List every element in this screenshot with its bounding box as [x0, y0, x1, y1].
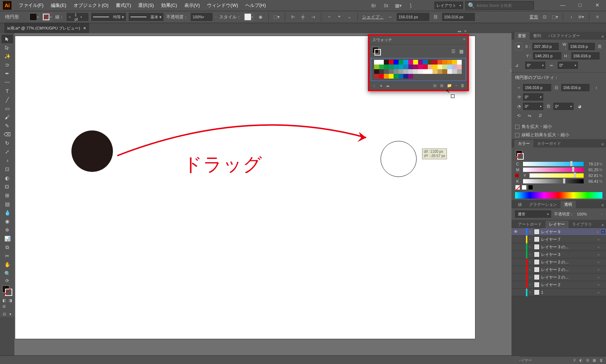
new-folder-icon[interactable]: 📁 [447, 83, 452, 88]
rotate-tool[interactable]: ↻ [1, 139, 13, 147]
swatch-cell[interactable] [389, 65, 394, 69]
visibility-toggle[interactable]: 👁 [511, 229, 520, 234]
menu-file[interactable]: ファイル(F) [15, 2, 47, 9]
gradient-tab[interactable]: グラデーション [526, 201, 561, 208]
prop-angle-input[interactable]: 0°▾ [523, 93, 543, 101]
swatch-cell[interactable] [457, 69, 462, 74]
brush-definition[interactable]: 基本▾ [129, 13, 163, 21]
color-panel-menu-icon[interactable]: ≡ [600, 141, 606, 147]
recolor-icon[interactable]: ◉ [257, 13, 264, 21]
screen-mode2-icon[interactable]: ▾ [7, 311, 13, 317]
swatch-cell[interactable] [399, 69, 404, 74]
constrain-wh-icon[interactable]: ⛓̸ [597, 44, 602, 49]
swatch-cloud-icon[interactable]: ☁ [386, 83, 390, 88]
align-center-v-icon[interactable]: ⫩ [336, 13, 343, 21]
layers-menu-icon[interactable]: ≡ [600, 222, 606, 228]
swatch-cell[interactable] [394, 74, 399, 79]
swatch-cell[interactable] [457, 60, 462, 65]
white-swatch[interactable] [522, 185, 527, 190]
layer-row[interactable]: › レイヤー 3 ○ [511, 251, 606, 258]
expand-layer-icon[interactable]: › [527, 283, 532, 287]
toggle-fill-stroke[interactable]: ⟳ [1, 278, 13, 284]
swatch-cell[interactable] [379, 69, 384, 74]
layers-list[interactable]: 👁 › レイヤー 9 ○ › レイヤー 7 ○ › レイヤー 3 の... ○ … [511, 228, 606, 356]
menu-effect[interactable]: 効果(C) [158, 2, 181, 9]
menu-window[interactable]: ウィンドウ(W) [203, 2, 242, 9]
align-tab[interactable]: 整列 [530, 32, 545, 40]
brush-tool[interactable]: 🖌 [1, 113, 13, 121]
swatch-cell[interactable] [423, 65, 428, 69]
menu-help[interactable]: ヘルプ(H) [242, 2, 269, 9]
target-icon[interactable]: ○ [597, 275, 602, 279]
swatch-cell[interactable] [442, 65, 447, 69]
new-layer-icon[interactable]: ▦ [593, 358, 596, 362]
grid-view-icon[interactable]: ▦ [458, 48, 465, 54]
swatch-cell[interactable] [447, 69, 452, 74]
expand-layer-icon[interactable]: › [527, 253, 532, 256]
swatch-cell[interactable] [399, 65, 404, 69]
pathfinder-tab[interactable]: パスファインダー [545, 32, 584, 40]
symbol-sprayer-tool[interactable]: ✲ [1, 226, 13, 234]
edit-contents-icon[interactable]: ⬚▾ [551, 13, 558, 21]
constrain-icon[interactable]: ⛓ [432, 13, 439, 21]
swatch-cell[interactable] [389, 69, 394, 74]
layer-row[interactable]: › レイヤー 7 ○ [511, 236, 606, 243]
swatch-cell[interactable] [438, 65, 443, 69]
swatch-cell[interactable] [403, 60, 408, 65]
swatch-cell[interactable] [389, 60, 394, 65]
target-icon[interactable]: ○ [597, 290, 602, 294]
swatch-cell[interactable] [394, 69, 399, 74]
swatch-cell[interactable] [403, 69, 408, 74]
scale-corners-checkbox[interactable]: 角を拡大・縮小 [511, 123, 606, 131]
transparency-menu-icon[interactable]: ≡ [600, 202, 606, 208]
list-view-icon[interactable]: ☰ [450, 48, 457, 54]
menu-edit[interactable]: 編集(E) [47, 2, 70, 9]
menu-object[interactable]: オブジェクト(O) [70, 2, 112, 9]
rotate-input[interactable]: 0°▾ [525, 62, 545, 69]
layer-row[interactable]: › レイヤー 2 の... ○ [511, 266, 606, 274]
transform-link[interactable]: 変形 [530, 14, 538, 20]
swatch-cell[interactable] [428, 69, 433, 74]
flip-v-icon[interactable]: ⇵ [537, 112, 544, 119]
stroke-weight-input[interactable]: ≎1 pt▾ [67, 13, 88, 21]
none-swatch[interactable] [515, 185, 520, 190]
expand-layer-icon[interactable]: › [527, 268, 532, 271]
layer-name[interactable]: レイヤー 3 [541, 252, 597, 257]
shaper-tool[interactable]: ✎ [1, 121, 13, 130]
transparency-tab[interactable]: 透明 [561, 201, 576, 208]
color-tab[interactable]: カラー [514, 140, 533, 147]
none-mode-icon[interactable]: ☒ [1, 303, 7, 310]
pie-link-icon[interactable]: ⛓̸ [545, 104, 551, 108]
zoom-tool[interactable]: 🔍 [1, 269, 13, 278]
align-right-icon[interactable]: ⫣ [309, 13, 317, 21]
graphic-style[interactable]: ▾ [244, 13, 254, 21]
document-tab[interactable]: ie用.ai* @ 77% (CMYK/GPU プレビュー) ✕ [4, 23, 89, 33]
gradient-tool[interactable]: ▤ [1, 200, 13, 208]
layer-name[interactable]: レイヤー 9 [541, 229, 597, 235]
swatch-cell[interactable] [418, 65, 423, 69]
swatch-cell[interactable] [413, 65, 418, 69]
perspective-tool[interactable]: ⛋ [1, 182, 13, 191]
prop-constrain-icon[interactable]: ⛓ [553, 85, 559, 90]
rectangle-tool[interactable]: ▭ [1, 104, 13, 113]
opacity-input[interactable]: 100%▾ [191, 13, 212, 21]
blend-tool[interactable]: ◉ [1, 217, 13, 226]
eyedropper-tool[interactable]: 💧 [1, 208, 13, 217]
swatch-cell[interactable] [379, 65, 384, 69]
swatch-grid[interactable] [371, 58, 466, 81]
swatch-cell[interactable] [438, 60, 443, 65]
new-swatch-icon[interactable]: ▫ [456, 83, 457, 88]
invert-pie-icon[interactable]: ⟲ [515, 112, 522, 119]
locate-layer-icon[interactable]: ⚲ [573, 358, 576, 362]
target-icon[interactable]: ○ [597, 230, 602, 234]
layer-name[interactable]: レイヤー 2 の... [541, 267, 597, 272]
expand-layer-icon[interactable]: › [527, 238, 532, 241]
menu-select[interactable]: 選択(S) [135, 2, 157, 9]
float-align-icon[interactable]: ⫞ [567, 13, 575, 21]
target-icon[interactable]: ○ [597, 238, 602, 241]
swatch-cell[interactable] [432, 60, 438, 65]
layer-name[interactable]: レイヤー 2 [541, 282, 597, 288]
w-input[interactable]: 156.016 p [568, 43, 595, 50]
selection-tool[interactable] [1, 35, 13, 43]
new-sublayer-icon[interactable]: ⊞ [586, 358, 589, 362]
